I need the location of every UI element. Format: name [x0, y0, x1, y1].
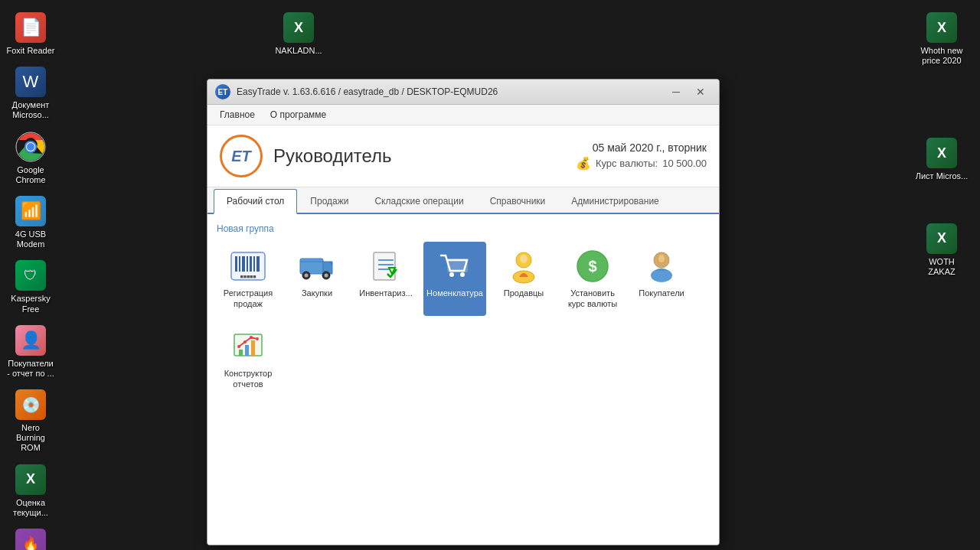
customers-label: Покупатели [639, 288, 684, 298]
nero-burning-label: Nero Burning ROM [6, 423, 55, 454]
woth-zakaz-label: WOTH ZAKAZ [916, 257, 969, 277]
pokupatel-label: Покупатели - отчет по ... [6, 359, 55, 379]
svg-rect-11 [256, 256, 260, 272]
svg-text:$: $ [588, 258, 596, 275]
desktop-icon-pokupatel[interactable]: 👤 Покупатели - отчет по ... [0, 321, 61, 383]
svg-point-3 [27, 143, 34, 151]
icon-customers[interactable]: Покупатели [630, 242, 693, 316]
person-icon [505, 248, 542, 285]
svg-point-24 [460, 272, 465, 277]
desktop-icons-left: 📄 Foxit Reader W Документ Microsо... [0, 0, 107, 550]
tab-sales[interactable]: Продажи [297, 189, 361, 214]
icon-sellers[interactable]: Продавцы [492, 242, 555, 316]
word-doc-label: Документ Microsо... [6, 100, 55, 120]
tabs-bar: Рабочий стол Продажи Складские операции … [207, 187, 719, 214]
app-logo: ЕТ [220, 135, 263, 177]
menu-item-main[interactable]: Главное [214, 106, 261, 123]
svg-rect-5 [235, 256, 237, 272]
svg-rect-6 [239, 256, 240, 272]
svg-rect-25 [447, 259, 468, 272]
easytrade-window: ET EasyTrade v. 1.63.6.616 / easytrade_d… [207, 79, 720, 545]
desktop-icon-nero-express[interactable]: 🔥 Nero Express [0, 524, 61, 550]
desktop-icon-nakladn[interactable]: X NAKLADN... [268, 8, 329, 60]
title-left: ET EasyTrade v. 1.63.6.616 / easytrade_d… [215, 84, 498, 99]
svg-rect-9 [250, 256, 252, 272]
sellers-label: Продавцы [504, 288, 544, 298]
icon-set-currency[interactable]: $ Установить курс валюты [561, 242, 624, 316]
nakladn-label: NAKLADN... [275, 46, 322, 56]
inventory-label: Инвентариз... [359, 288, 412, 298]
svg-point-17 [325, 274, 328, 278]
desktop-icon-foxit-reader[interactable]: 📄 Foxit Reader [0, 8, 61, 60]
svg-rect-8 [247, 256, 248, 272]
ocenka-label: Оценка текущи... [6, 498, 55, 518]
tab-admin[interactable]: Администрирование [558, 189, 671, 214]
svg-point-41 [237, 345, 240, 348]
svg-rect-13 [300, 259, 323, 274]
app-icons-grid: ■■■■■ Регистрация продаж [217, 242, 710, 316]
svg-point-42 [243, 340, 247, 343]
close-button[interactable]: ✕ [690, 84, 711, 99]
header-date: 05 май 2020 г., вторник [576, 142, 707, 154]
svg-rect-40 [251, 340, 255, 356]
header-right: 05 май 2020 г., вторник 💰 Курс валюты: 1… [576, 142, 707, 171]
nomenclature-label: Номенклатура [426, 288, 483, 298]
desktop-icons-right: X Whoth new price 2020 X Лист Micros... … [903, 0, 980, 289]
menubar: Главное О программе [207, 105, 719, 125]
foxit-reader-label: Foxit Reader [7, 46, 55, 56]
desktop-icon-4g-usb[interactable]: 📶 4G USB Modem [0, 191, 61, 254]
desktop-icon-nero-burning[interactable]: 💿 Nero Burning ROM [0, 385, 61, 458]
tab-desktop[interactable]: Рабочий стол [214, 189, 297, 214]
window-titlebar: ET EasyTrade v. 1.63.6.616 / easytrade_d… [207, 80, 719, 105]
logo-et-text: ЕТ [231, 148, 251, 165]
icon-nomenclature[interactable]: Номенклатура [423, 242, 486, 316]
purchases-label: Закупки [302, 288, 332, 298]
group-label[interactable]: Новая группа [217, 223, 710, 234]
customer-icon [643, 248, 680, 285]
set-currency-label: Установить курс валюты [566, 288, 619, 310]
menu-item-about[interactable]: О программе [264, 106, 332, 123]
icon-inventory[interactable]: Инвентариз... [354, 242, 417, 316]
desktop-icon-whoth[interactable]: X Whoth new price 2020 [910, 8, 975, 70]
window-controls: ─ ✕ [665, 84, 711, 99]
minimize-button[interactable]: ─ [665, 84, 687, 99]
truck-icon [299, 248, 335, 285]
register-sales-label: Регистрация продаж [221, 288, 275, 310]
cart-icon [436, 248, 473, 285]
tab-warehouse[interactable]: Складские операции [361, 189, 476, 214]
icon-report-builder[interactable]: Конструктор отчетов [217, 322, 279, 396]
whoth-label: Whoth new price 2020 [916, 46, 969, 66]
logo-text: ET [218, 88, 228, 96]
content-area: Новая группа ■■ [207, 214, 719, 545]
desktop-icon-word-doc[interactable]: W Документ Microsо... [0, 62, 61, 125]
desktop-icon-kaspersky[interactable]: 🛡 Kaspersky Free [0, 255, 61, 318]
svg-rect-7 [242, 256, 245, 272]
desktop-icon-ocenka[interactable]: X Оценка текущи... [0, 460, 61, 522]
currency-icon: 💰 [576, 156, 591, 171]
window-title: EasyTrade v. 1.63.6.616 / easytrade_db /… [237, 86, 498, 97]
svg-text:■■■■■: ■■■■■ [240, 274, 256, 279]
icon-register-sales[interactable]: ■■■■■ Регистрация продаж [217, 242, 279, 316]
app-icons-grid-row2: Конструктор отчетов [217, 322, 710, 396]
desktop-icon-google-chrome[interactable]: Google Chrome [0, 127, 61, 190]
chart-icon [230, 328, 266, 365]
svg-rect-10 [253, 256, 255, 272]
chrome-label: Google Chrome [6, 165, 55, 185]
header-left: ЕТ Руководитель [220, 135, 392, 177]
svg-point-44 [256, 337, 259, 340]
svg-point-23 [449, 272, 454, 277]
desktop: 📄 Foxit Reader W Документ Microsо... [0, 0, 980, 550]
desktop-icon-woth-zakaz[interactable]: X WOTH ZAKAZ [910, 219, 975, 282]
svg-point-15 [305, 274, 309, 278]
currency-label: Курс валюты: [596, 158, 658, 169]
header-currency: 💰 Курс валюты: 10 500.00 [576, 156, 707, 171]
icon-purchases[interactable]: Закупки [286, 242, 348, 316]
app-title: Руководитель [273, 145, 392, 167]
barcode-icon: ■■■■■ [230, 248, 266, 285]
svg-point-35 [658, 255, 665, 262]
tab-reference[interactable]: Справочники [477, 189, 559, 214]
report-builder-label: Конструктор отчетов [221, 368, 275, 390]
svg-point-43 [250, 336, 253, 339]
desktop-icon-list[interactable]: X Лист Micros... [910, 133, 975, 186]
currency-icon-app: $ [574, 248, 611, 285]
